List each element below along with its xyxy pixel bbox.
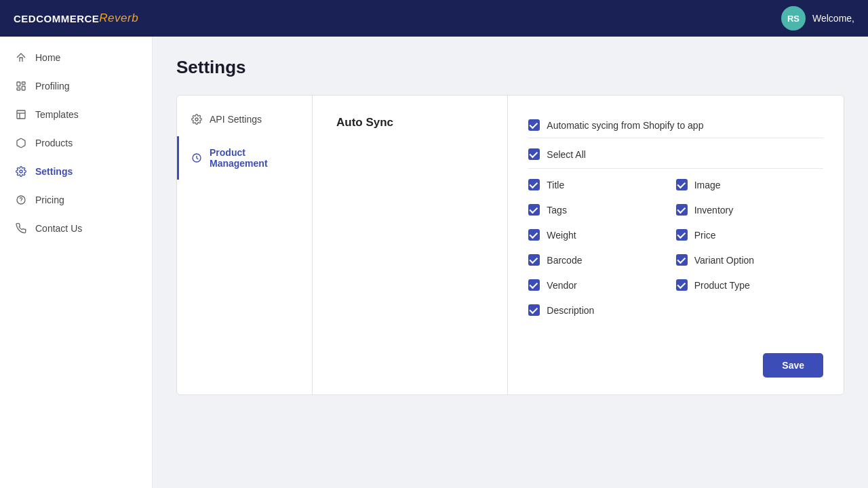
auto-sync-panel: Auto Sync (313, 96, 508, 394)
sidebar-pricing-label: Pricing (35, 195, 64, 205)
sidebar-templates-label: Templates (35, 109, 79, 120)
pricing-icon (15, 194, 27, 206)
product-mgmt-label: Product Management (210, 147, 298, 169)
options-panel: Automatic sycing from Shopify to app Sel… (508, 96, 844, 394)
description-checkbox[interactable] (528, 304, 540, 316)
field-image: Image (676, 172, 823, 197)
app-logo: CEDCOMMERCE Reverb (14, 12, 138, 25)
clock-icon (191, 152, 203, 164)
weight-label: Weight (547, 230, 576, 241)
variant-option-checkbox[interactable] (676, 254, 688, 266)
inventory-label: Inventory (694, 205, 734, 216)
field-title: Title (528, 172, 675, 197)
field-inventory: Inventory (676, 197, 823, 222)
auto-sync-title: Auto Sync (336, 116, 484, 129)
title-label: Title (547, 180, 564, 190)
sidebar-item-templates[interactable]: Templates (0, 100, 152, 129)
logo-reverb: Reverb (99, 12, 138, 25)
tags-checkbox[interactable] (528, 204, 540, 216)
settings-right-content: Auto Sync Automatic sycing from Shopify … (313, 96, 844, 394)
field-variant-option: Variant Option (676, 247, 823, 272)
sidebar: Home Profiling Templates Products (0, 37, 153, 488)
avatar: RS (781, 6, 806, 30)
select-all-label: Select All (547, 149, 586, 160)
auto-sync-checkbox[interactable] (528, 119, 540, 131)
sidebar-item-settings[interactable]: Settings (0, 157, 152, 186)
sidebar-settings-label: Settings (35, 166, 73, 177)
svg-rect-4 (17, 110, 25, 119)
svg-point-7 (195, 118, 198, 121)
barcode-label: Barcode (547, 255, 582, 266)
main-layout: Home Profiling Templates Products (0, 37, 868, 488)
field-tags: Tags (528, 197, 675, 222)
image-label: Image (694, 180, 721, 190)
settings-icon (15, 165, 27, 178)
sidebar-item-home[interactable]: Home (0, 43, 152, 72)
settings-nav-api[interactable]: API Settings (177, 102, 312, 136)
variant-option-label: Variant Option (694, 255, 754, 266)
field-product-type: Product Type (676, 272, 823, 298)
auto-sync-option: Automatic sycing from Shopify to app (528, 113, 823, 138)
sidebar-item-contact[interactable]: Contact Us (0, 214, 152, 243)
select-all-option: Select All (528, 142, 823, 169)
save-button[interactable]: Save (763, 353, 823, 378)
main-content: Settings API Settings Product Management (153, 37, 868, 488)
gear-icon (191, 113, 203, 125)
sidebar-item-pricing[interactable]: Pricing (0, 186, 152, 214)
tags-label: Tags (547, 205, 567, 216)
sidebar-profiling-label: Profiling (35, 81, 70, 92)
title-checkbox[interactable] (528, 179, 540, 190)
welcome-text: Welcome, (812, 13, 854, 24)
sidebar-contact-label: Contact Us (35, 223, 82, 234)
page-title: Settings (176, 57, 844, 78)
inventory-checkbox[interactable] (676, 204, 688, 216)
barcode-checkbox[interactable] (528, 254, 540, 266)
contact-icon (15, 222, 27, 235)
sidebar-home-label: Home (35, 52, 60, 63)
sidebar-item-products[interactable]: Products (0, 129, 152, 157)
auto-sync-label: Automatic sycing from Shopify to app (547, 120, 703, 131)
settings-nav: API Settings Product Management (177, 96, 313, 394)
svg-point-5 (20, 170, 22, 173)
home-icon (15, 52, 27, 64)
field-description: Description (528, 298, 675, 323)
templates-icon (15, 108, 27, 121)
api-settings-label: API Settings (210, 114, 262, 125)
header-right: RS Welcome, (781, 6, 854, 30)
fields-grid: Title Image Tags (528, 172, 823, 323)
svg-rect-2 (22, 86, 25, 90)
app-header: CEDCOMMERCE Reverb RS Welcome, (0, 0, 868, 37)
settings-card: API Settings Product Management Auto Syn… (176, 95, 844, 395)
field-vendor: Vendor (528, 272, 675, 298)
svg-rect-3 (17, 88, 20, 90)
products-icon (15, 137, 27, 149)
price-label: Price (694, 230, 716, 241)
price-checkbox[interactable] (676, 229, 688, 241)
logo-ced: CEDCOMMERCE (14, 13, 99, 24)
description-label: Description (547, 305, 594, 316)
product-type-label: Product Type (694, 280, 750, 291)
svg-rect-1 (22, 82, 25, 84)
vendor-label: Vendor (547, 280, 576, 291)
sidebar-products-label: Products (35, 138, 73, 148)
svg-rect-0 (17, 82, 20, 86)
field-price: Price (676, 222, 823, 247)
profiling-icon (15, 80, 27, 92)
settings-nav-product-mgmt[interactable]: Product Management (177, 136, 312, 180)
weight-checkbox[interactable] (528, 229, 540, 241)
product-type-checkbox[interactable] (676, 279, 688, 291)
select-all-checkbox[interactable] (528, 148, 540, 160)
field-barcode: Barcode (528, 247, 675, 272)
sidebar-item-profiling[interactable]: Profiling (0, 72, 152, 100)
vendor-checkbox[interactable] (528, 279, 540, 291)
field-weight: Weight (528, 222, 675, 247)
image-checkbox[interactable] (676, 179, 688, 190)
